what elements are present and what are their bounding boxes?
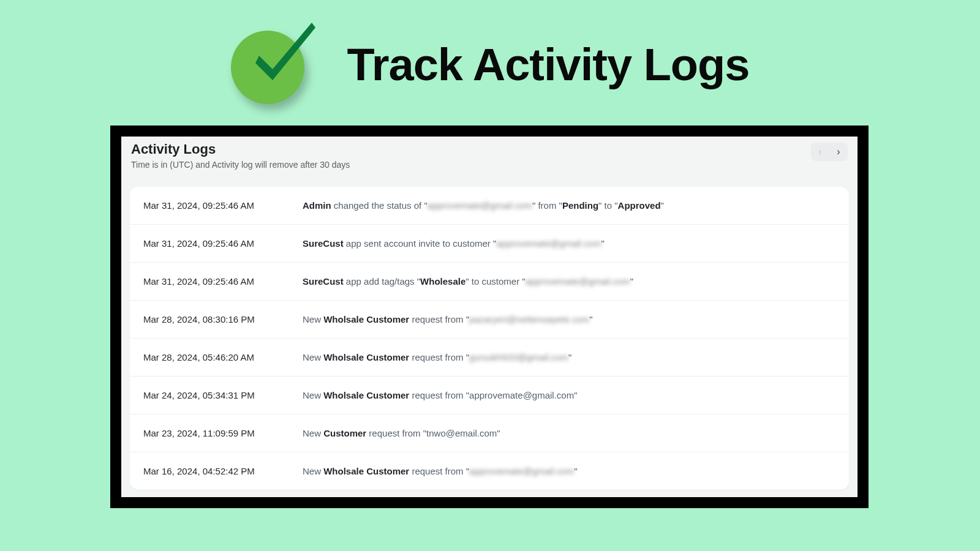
log-row: Mar 31, 2024, 09:25:46 AMAdmin changed t… [130, 187, 849, 225]
log-timestamp: Mar 28, 2024, 08:30:16 PM [143, 314, 303, 324]
next-page-button[interactable]: › [829, 143, 848, 161]
chevron-left-icon: ‹ [818, 146, 821, 157]
log-row: Mar 24, 2024, 05:34:31 PMNew Wholsale Cu… [130, 377, 849, 414]
hero: Track Activity Logs [0, 0, 980, 110]
screenshot-frame: Activity Logs Time is in (UTC) and Activ… [110, 126, 869, 508]
log-timestamp: Mar 31, 2024, 09:25:46 AM [143, 238, 303, 249]
panel-title: Activity Logs [131, 141, 350, 157]
log-timestamp: Mar 31, 2024, 09:25:46 AM [143, 200, 303, 211]
log-timestamp: Mar 16, 2024, 04:52:42 PM [143, 466, 303, 476]
log-message: New Wholsale Customer request from "appr… [303, 389, 835, 402]
prev-page-button[interactable]: ‹ [811, 143, 829, 161]
log-row: Mar 16, 2024, 04:52:42 PMNew Wholsale Cu… [130, 452, 849, 490]
log-row: Mar 28, 2024, 05:46:20 AMNew Wholsale Cu… [130, 339, 849, 377]
panel-header: Activity Logs Time is in (UTC) and Activ… [121, 137, 858, 176]
pagination: ‹ › [811, 143, 848, 161]
log-timestamp: Mar 28, 2024, 05:46:20 AM [143, 352, 303, 362]
log-message: SureCust app sent account invite to cust… [303, 237, 835, 250]
activity-logs-panel: Activity Logs Time is in (UTC) and Activ… [121, 137, 858, 497]
log-message: New Wholsale Customer request from "appr… [303, 465, 835, 478]
hero-title: Track Activity Logs [347, 39, 750, 91]
log-message: New Customer request from "tnwo@email.co… [303, 427, 835, 440]
log-list: Mar 31, 2024, 09:25:46 AMAdmin changed t… [130, 187, 849, 490]
chevron-right-icon: › [837, 146, 840, 157]
log-message: SureCust app add tag/tags "Wholesale" to… [303, 275, 835, 288]
log-row: Mar 28, 2024, 08:30:16 PMNew Wholsale Cu… [130, 301, 849, 339]
log-message: New Wholsale Customer request from "paza… [303, 313, 835, 326]
log-timestamp: Mar 23, 2024, 11:09:59 PM [143, 428, 303, 438]
checkmark-icon [231, 18, 323, 110]
log-row: Mar 23, 2024, 11:09:59 PMNew Customer re… [130, 414, 849, 452]
log-message: Admin changed the status of "approvemate… [303, 199, 835, 212]
log-row: Mar 31, 2024, 09:25:46 AMSureCust app se… [130, 225, 849, 263]
panel-subtitle: Time is in (UTC) and Activity log will r… [131, 160, 350, 170]
log-timestamp: Mar 31, 2024, 09:25:46 AM [143, 276, 303, 287]
log-timestamp: Mar 24, 2024, 05:34:31 PM [143, 390, 303, 400]
log-message: New Wholsale Customer request from "gurs… [303, 351, 835, 364]
log-row: Mar 31, 2024, 09:25:46 AMSureCust app ad… [130, 263, 849, 301]
